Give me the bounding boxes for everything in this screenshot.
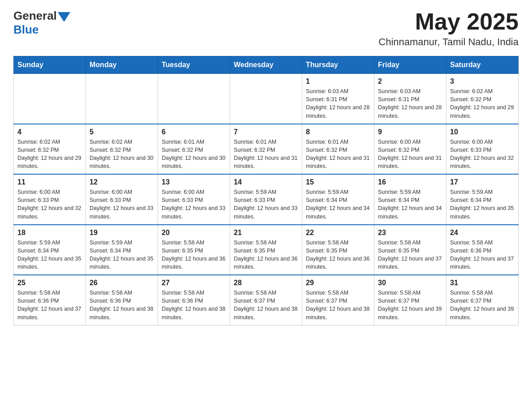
calendar-cell: 4Sunrise: 6:02 AMSunset: 6:32 PMDaylight…: [14, 124, 86, 175]
day-info: Sunrise: 5:59 AMSunset: 6:34 PMDaylight:…: [450, 188, 515, 221]
day-info: Sunrise: 6:00 AMSunset: 6:32 PMDaylight:…: [378, 138, 442, 171]
calendar-cell: 23Sunrise: 5:58 AMSunset: 6:35 PMDayligh…: [374, 225, 446, 275]
calendar-header-wednesday: Wednesday: [230, 56, 302, 74]
calendar-cell: 27Sunrise: 5:58 AMSunset: 6:36 PMDayligh…: [158, 275, 230, 325]
day-number: 23: [378, 229, 442, 237]
day-info: Sunrise: 5:59 AMSunset: 6:34 PMDaylight:…: [378, 188, 442, 221]
calendar-cell: 11Sunrise: 6:00 AMSunset: 6:33 PMDayligh…: [14, 174, 86, 225]
day-info: Sunrise: 5:58 AMSunset: 6:37 PMDaylight:…: [306, 289, 370, 321]
day-number: 17: [450, 178, 515, 186]
calendar-week-row: 25Sunrise: 5:58 AMSunset: 6:36 PMDayligh…: [14, 275, 519, 325]
calendar-header-friday: Friday: [374, 56, 446, 74]
calendar-header-row: SundayMondayTuesdayWednesdayThursdayFrid…: [14, 56, 519, 74]
day-number: 25: [17, 279, 82, 287]
calendar-header-sunday: Sunday: [14, 56, 86, 74]
calendar-cell: 16Sunrise: 5:59 AMSunset: 6:34 PMDayligh…: [374, 174, 446, 225]
calendar-header-thursday: Thursday: [302, 56, 374, 74]
calendar-cell: 26Sunrise: 5:58 AMSunset: 6:36 PMDayligh…: [86, 275, 158, 325]
calendar-cell: [14, 74, 86, 124]
day-number: 26: [90, 279, 154, 287]
month-title: May 2025: [378, 9, 519, 34]
calendar-header-saturday: Saturday: [446, 56, 519, 74]
day-info: Sunrise: 5:59 AMSunset: 6:34 PMDaylight:…: [90, 239, 154, 271]
title-block: May 2025 Chinnamanur, Tamil Nadu, India: [378, 9, 519, 48]
calendar-cell: 5Sunrise: 6:02 AMSunset: 6:32 PMDaylight…: [86, 124, 158, 175]
day-number: 28: [234, 279, 298, 287]
calendar-week-row: 1Sunrise: 6:03 AMSunset: 6:31 PMDaylight…: [14, 74, 519, 124]
day-info: Sunrise: 6:00 AMSunset: 6:33 PMDaylight:…: [17, 188, 82, 221]
calendar-header-tuesday: Tuesday: [158, 56, 230, 74]
day-info: Sunrise: 5:59 AMSunset: 6:34 PMDaylight:…: [17, 239, 82, 271]
day-number: 9: [378, 128, 442, 136]
logo-triangle-icon: [58, 12, 70, 22]
page-header: General Blue May 2025 Chinnamanur, Tamil…: [13, 9, 519, 48]
day-info: Sunrise: 6:01 AMSunset: 6:32 PMDaylight:…: [234, 138, 298, 171]
day-info: Sunrise: 5:59 AMSunset: 6:33 PMDaylight:…: [234, 188, 298, 221]
calendar-cell: 13Sunrise: 6:00 AMSunset: 6:33 PMDayligh…: [158, 174, 230, 225]
day-number: 12: [90, 178, 154, 186]
day-info: Sunrise: 5:58 AMSunset: 6:36 PMDaylight:…: [17, 289, 82, 321]
day-number: 11: [17, 178, 82, 186]
day-number: 29: [306, 279, 370, 287]
day-info: Sunrise: 6:02 AMSunset: 6:32 PMDaylight:…: [450, 87, 515, 120]
calendar-cell: 7Sunrise: 6:01 AMSunset: 6:32 PMDaylight…: [230, 124, 302, 175]
day-number: 30: [378, 279, 442, 287]
calendar-cell: 12Sunrise: 6:00 AMSunset: 6:33 PMDayligh…: [86, 174, 158, 225]
day-info: Sunrise: 6:03 AMSunset: 6:31 PMDaylight:…: [306, 87, 370, 120]
day-number: 24: [450, 229, 515, 237]
day-number: 18: [17, 229, 82, 237]
calendar-cell: 2Sunrise: 6:03 AMSunset: 6:31 PMDaylight…: [374, 74, 446, 124]
day-info: Sunrise: 6:00 AMSunset: 6:33 PMDaylight:…: [90, 188, 154, 221]
day-info: Sunrise: 5:58 AMSunset: 6:36 PMDaylight:…: [162, 289, 226, 321]
calendar-cell: 14Sunrise: 5:59 AMSunset: 6:33 PMDayligh…: [230, 174, 302, 225]
day-number: 20: [162, 229, 226, 237]
calendar-cell: 30Sunrise: 5:58 AMSunset: 6:37 PMDayligh…: [374, 275, 446, 325]
calendar-cell: 18Sunrise: 5:59 AMSunset: 6:34 PMDayligh…: [14, 225, 86, 275]
calendar-cell: 1Sunrise: 6:03 AMSunset: 6:31 PMDaylight…: [302, 74, 374, 124]
day-number: 10: [450, 128, 515, 136]
day-number: 8: [306, 128, 370, 136]
day-number: 5: [90, 128, 154, 136]
calendar-cell: 8Sunrise: 6:01 AMSunset: 6:32 PMDaylight…: [302, 124, 374, 175]
calendar-cell: 6Sunrise: 6:01 AMSunset: 6:32 PMDaylight…: [158, 124, 230, 175]
calendar-cell: 31Sunrise: 5:58 AMSunset: 6:37 PMDayligh…: [446, 275, 519, 325]
day-number: 16: [378, 178, 442, 186]
day-info: Sunrise: 5:59 AMSunset: 6:34 PMDaylight:…: [306, 188, 370, 221]
calendar-cell: [158, 74, 230, 124]
calendar-week-row: 11Sunrise: 6:00 AMSunset: 6:33 PMDayligh…: [14, 174, 519, 225]
calendar-cell: 3Sunrise: 6:02 AMSunset: 6:32 PMDaylight…: [446, 74, 519, 124]
calendar-cell: 25Sunrise: 5:58 AMSunset: 6:36 PMDayligh…: [14, 275, 86, 325]
day-info: Sunrise: 6:02 AMSunset: 6:32 PMDaylight:…: [90, 138, 154, 171]
day-number: 31: [450, 279, 515, 287]
day-info: Sunrise: 6:03 AMSunset: 6:31 PMDaylight:…: [378, 87, 442, 120]
day-info: Sunrise: 5:58 AMSunset: 6:35 PMDaylight:…: [378, 239, 442, 271]
calendar-week-row: 18Sunrise: 5:59 AMSunset: 6:34 PMDayligh…: [14, 225, 519, 275]
day-info: Sunrise: 5:58 AMSunset: 6:35 PMDaylight:…: [234, 239, 298, 271]
day-info: Sunrise: 5:58 AMSunset: 6:35 PMDaylight:…: [162, 239, 226, 271]
calendar-cell: 20Sunrise: 5:58 AMSunset: 6:35 PMDayligh…: [158, 225, 230, 275]
day-info: Sunrise: 6:02 AMSunset: 6:32 PMDaylight:…: [17, 138, 82, 171]
calendar-cell: 24Sunrise: 5:58 AMSunset: 6:36 PMDayligh…: [446, 225, 519, 275]
calendar-cell: 22Sunrise: 5:58 AMSunset: 6:35 PMDayligh…: [302, 225, 374, 275]
calendar-cell: 21Sunrise: 5:58 AMSunset: 6:35 PMDayligh…: [230, 225, 302, 275]
day-number: 14: [234, 178, 298, 186]
calendar-week-row: 4Sunrise: 6:02 AMSunset: 6:32 PMDaylight…: [14, 124, 519, 175]
day-number: 21: [234, 229, 298, 237]
calendar-cell: 10Sunrise: 6:00 AMSunset: 6:33 PMDayligh…: [446, 124, 519, 175]
day-info: Sunrise: 6:00 AMSunset: 6:33 PMDaylight:…: [450, 138, 515, 171]
day-number: 19: [90, 229, 154, 237]
logo-general: General: [13, 9, 57, 23]
day-info: Sunrise: 5:58 AMSunset: 6:35 PMDaylight:…: [306, 239, 370, 271]
calendar-cell: [86, 74, 158, 124]
day-info: Sunrise: 5:58 AMSunset: 6:37 PMDaylight:…: [234, 289, 298, 321]
day-number: 27: [162, 279, 226, 287]
day-number: 13: [162, 178, 226, 186]
location-title: Chinnamanur, Tamil Nadu, India: [378, 36, 519, 48]
day-number: 4: [17, 128, 82, 136]
day-info: Sunrise: 6:01 AMSunset: 6:32 PMDaylight:…: [306, 138, 370, 171]
day-number: 2: [378, 77, 442, 86]
day-number: 6: [162, 128, 226, 136]
day-number: 1: [306, 77, 370, 86]
calendar-header-monday: Monday: [86, 56, 158, 74]
calendar-cell: 29Sunrise: 5:58 AMSunset: 6:37 PMDayligh…: [302, 275, 374, 325]
